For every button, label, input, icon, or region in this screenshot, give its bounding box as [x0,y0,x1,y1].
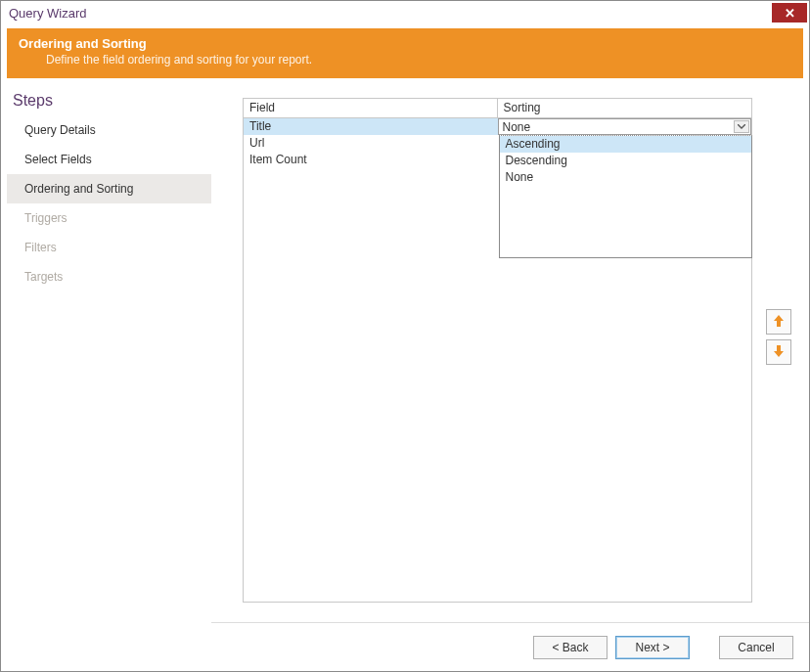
footer: < Back Next > Cancel [211,622,809,671]
body: Steps Query Details Select Fields Orderi… [1,84,809,622]
grid-row[interactable]: Title None [244,118,751,135]
cell-field: Item Count [244,152,498,168]
fields-grid: Field Sorting Title None [243,98,752,603]
back-button[interactable]: < Back [533,636,608,659]
move-down-button[interactable] [766,339,791,365]
arrow-up-icon [773,314,785,331]
move-up-button[interactable] [766,309,791,335]
step-ordering-sorting[interactable]: Ordering and Sorting [7,174,211,203]
column-header-sorting[interactable]: Sorting [498,99,752,117]
reorder-buttons [766,309,791,365]
cell-sorting[interactable]: None [498,118,752,135]
query-wizard-window: Query Wizard ✕ Ordering and Sorting Defi… [0,0,810,672]
window-title: Query Wizard [9,6,86,21]
close-icon: ✕ [785,7,795,20]
close-button[interactable]: ✕ [772,3,807,22]
cell-field: Title [244,118,498,135]
dropdown-spacer [500,186,752,257]
chevron-down-icon[interactable] [734,120,749,133]
header-description: Define the field ordering and sorting fo… [19,51,791,67]
titlebar: Query Wizard ✕ [1,1,809,24]
header-title: Ordering and Sorting [19,36,791,51]
sorting-combo[interactable]: None [498,118,752,135]
sorting-combo-value: None [503,120,531,134]
grid-header: Field Sorting [244,99,751,118]
column-header-field[interactable]: Field [244,99,498,117]
step-targets: Targets [7,262,211,291]
main-panel: Field Sorting Title None [211,84,809,622]
steps-heading: Steps [7,90,211,115]
dropdown-option-none[interactable]: None [500,169,752,186]
arrow-down-icon [773,344,785,361]
step-select-fields[interactable]: Select Fields [7,145,211,174]
next-button[interactable]: Next > [615,636,690,659]
dropdown-option-descending[interactable]: Descending [500,153,752,169]
steps-sidebar: Steps Query Details Select Fields Orderi… [1,84,211,622]
cell-field: Url [244,135,498,152]
dropdown-option-ascending[interactable]: Ascending [500,136,752,153]
header-banner: Ordering and Sorting Define the field or… [7,28,803,78]
step-triggers: Triggers [7,203,211,233]
cancel-button[interactable]: Cancel [719,636,793,659]
grid-body: Title None Url [244,118,751,168]
step-query-details[interactable]: Query Details [7,115,211,145]
step-filters: Filters [7,233,211,262]
sorting-dropdown[interactable]: Ascending Descending None [499,135,753,258]
